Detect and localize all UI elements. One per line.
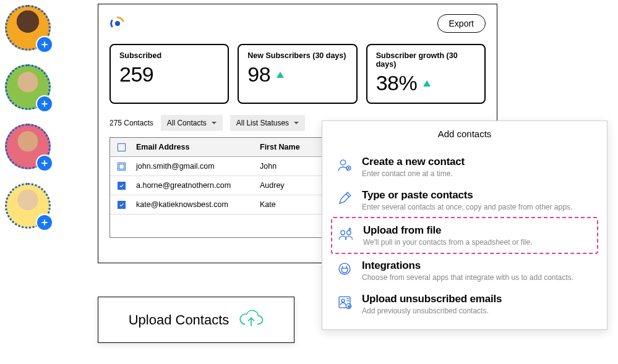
add-option-title: Integrations [362, 260, 573, 272]
svg-point-0 [115, 21, 120, 26]
upload-card-title: Upload Contacts [129, 312, 230, 328]
row-checkbox[interactable] [118, 163, 136, 171]
trend-up-icon [423, 80, 431, 87]
stat-label: New Subscribers (30 days) [247, 51, 347, 60]
svg-point-4 [347, 231, 351, 235]
user-plus-icon [336, 157, 353, 174]
add-option-plug[interactable]: IntegrationsChoose from several apps tha… [322, 254, 607, 287]
add-option-title: Upload unsubscribed emails [362, 293, 502, 305]
upload-contacts-card[interactable]: Upload Contacts [98, 297, 294, 343]
stat-subscribed: Subscribed 259 [109, 44, 229, 104]
trend-up-icon [277, 72, 284, 78]
panel-title: Add contacts [322, 121, 607, 150]
plug-icon [336, 261, 353, 278]
plus-icon[interactable] [36, 214, 53, 231]
plus-icon[interactable] [36, 95, 53, 112]
cell-email: a.horne@greatnothern.com [136, 181, 260, 190]
chevron-down-icon [212, 122, 217, 124]
export-button[interactable]: Export [437, 14, 486, 33]
pencil-icon [336, 190, 353, 208]
add-option-title: Type or paste contacts [362, 189, 572, 201]
add-option-title: Upload from file [363, 224, 533, 237]
add-contacts-panel: Add contacts Create a new contactEnter c… [322, 121, 607, 330]
add-option-people-plus[interactable]: Upload from fileWe'll pull in your conta… [331, 217, 598, 254]
stat-new-subscribers: New Subscribers (30 days) 98 [238, 44, 357, 104]
cell-email: kate@katieknowsbest.com [136, 200, 260, 209]
row-checkbox[interactable] [118, 201, 136, 209]
avatar-item[interactable] [5, 124, 51, 169]
filter-all-contacts[interactable]: All Contacts [161, 115, 223, 131]
add-option-pencil[interactable]: Type or paste contactsEnter several cont… [322, 184, 607, 217]
add-option-title: Create a new contact [362, 156, 465, 168]
add-option-subtitle: Choose from several apps that integrate … [362, 273, 573, 282]
add-option-user-plus[interactable]: Create a new contactEnter contact one at… [322, 150, 607, 184]
filter-all-statuses[interactable]: All List Statuses [230, 115, 305, 131]
plus-icon[interactable] [36, 154, 53, 172]
svg-point-3 [341, 231, 345, 235]
cell-email: john.smith@gmail.com [136, 162, 260, 171]
contact-card-icon [336, 294, 353, 311]
column-email[interactable]: Email Address [136, 143, 260, 151]
add-option-contact-card[interactable]: Upload unsubscribed emailsAdd previously… [322, 287, 607, 321]
stat-value: 98 [247, 62, 270, 87]
stats-row: Subscribed 259 New Subscribers (30 days)… [109, 44, 486, 104]
stat-value: 38% [376, 71, 418, 95]
top-bar: Export [109, 14, 486, 33]
cloud-upload-icon [239, 307, 264, 334]
plus-icon[interactable] [36, 36, 53, 53]
avatar-item[interactable] [5, 64, 51, 110]
add-option-subtitle: Enter contact one at a time. [362, 169, 465, 178]
select-all-checkbox[interactable] [118, 143, 136, 151]
avatar-item[interactable] [5, 5, 51, 51]
add-items-list: Create a new contactEnter contact one at… [322, 150, 607, 321]
svg-point-1 [341, 160, 346, 165]
svg-point-7 [341, 299, 345, 302]
avatar-column [5, 5, 51, 242]
add-option-subtitle: Add previously unsubscribed contacts. [362, 307, 502, 315]
filter-label: All List Statuses [236, 119, 289, 127]
stat-growth: Subscriber growth (30 days) 38% [366, 44, 486, 104]
stat-value: 259 [119, 62, 153, 87]
avatar-item[interactable] [5, 183, 51, 229]
stat-label: Subscribed [119, 51, 219, 60]
row-checkbox[interactable] [118, 182, 136, 190]
filter-label: All Contacts [167, 119, 207, 127]
people-plus-icon [337, 226, 354, 243]
add-option-subtitle: Enter several contacts at once, copy and… [362, 203, 572, 211]
add-option-subtitle: We'll pull in your contacts from a spead… [363, 238, 533, 247]
logo-icon [109, 15, 126, 32]
chevron-down-icon [294, 122, 299, 124]
stat-label: Subscriber growth (30 days) [376, 51, 476, 69]
contacts-count: 275 Contacts [109, 119, 153, 127]
